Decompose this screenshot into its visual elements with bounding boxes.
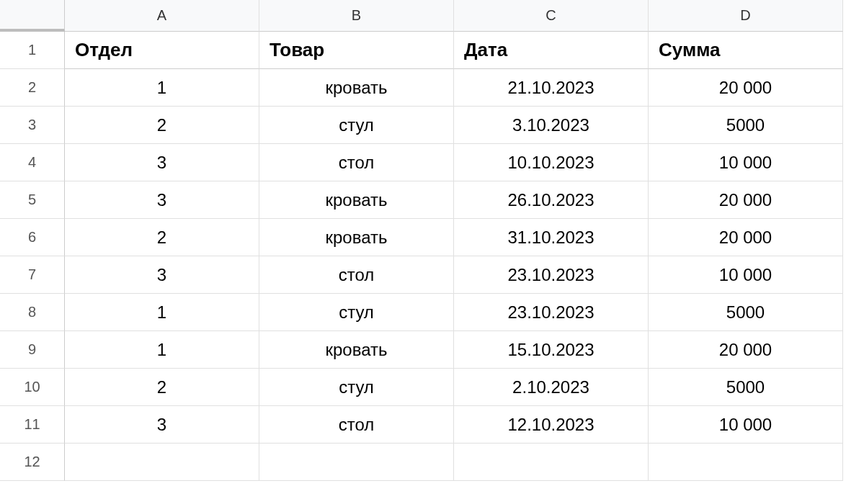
cell-A9[interactable]: 1 (65, 331, 259, 369)
cell-B9[interactable]: кровать (259, 331, 454, 369)
cell-A7[interactable]: 3 (65, 256, 259, 294)
cell-D11[interactable]: 10 000 (649, 406, 843, 444)
col-header-D[interactable]: D (649, 0, 843, 32)
cell-A6[interactable]: 2 (65, 219, 259, 256)
col-header-C[interactable]: C (454, 0, 649, 32)
cell-A11[interactable]: 3 (65, 406, 259, 444)
row-header-2[interactable]: 2 (0, 69, 65, 107)
cell-D6[interactable]: 20 000 (649, 219, 843, 256)
cell-D1[interactable]: Сумма (649, 32, 843, 69)
cell-D7[interactable]: 10 000 (649, 256, 843, 294)
cell-B1[interactable]: Товар (259, 32, 454, 69)
cell-A1[interactable]: Отдел (65, 32, 259, 69)
cell-B3[interactable]: стул (259, 107, 454, 144)
cell-C8[interactable]: 23.10.2023 (454, 294, 649, 331)
cell-D3[interactable]: 5000 (649, 107, 843, 144)
row-header-12[interactable]: 12 (0, 444, 65, 481)
cell-B11[interactable]: стол (259, 406, 454, 444)
spreadsheet-grid: A B C D 1 Отдел Товар Дата Сумма 2 1 кро… (0, 0, 846, 481)
cell-C9[interactable]: 15.10.2023 (454, 331, 649, 369)
cell-B12[interactable] (259, 444, 454, 481)
cell-B5[interactable]: кровать (259, 181, 454, 219)
cell-A10[interactable]: 2 (65, 369, 259, 406)
cell-D9[interactable]: 20 000 (649, 331, 843, 369)
cell-A12[interactable] (65, 444, 259, 481)
col-header-B[interactable]: B (259, 0, 454, 32)
cell-D10[interactable]: 5000 (649, 369, 843, 406)
col-header-A[interactable]: A (65, 0, 259, 32)
cell-C3[interactable]: 3.10.2023 (454, 107, 649, 144)
cell-C2[interactable]: 21.10.2023 (454, 69, 649, 107)
cell-B8[interactable]: стул (259, 294, 454, 331)
cell-D12[interactable] (649, 444, 843, 481)
cell-B10[interactable]: стул (259, 369, 454, 406)
cell-C6[interactable]: 31.10.2023 (454, 219, 649, 256)
row-header-7[interactable]: 7 (0, 256, 65, 294)
cell-A3[interactable]: 2 (65, 107, 259, 144)
cell-C11[interactable]: 12.10.2023 (454, 406, 649, 444)
cell-B2[interactable]: кровать (259, 69, 454, 107)
row-header-5[interactable]: 5 (0, 181, 65, 219)
row-header-6[interactable]: 6 (0, 219, 65, 256)
cell-C4[interactable]: 10.10.2023 (454, 144, 649, 181)
cell-D5[interactable]: 20 000 (649, 181, 843, 219)
cell-A2[interactable]: 1 (65, 69, 259, 107)
row-header-9[interactable]: 9 (0, 331, 65, 369)
cell-A5[interactable]: 3 (65, 181, 259, 219)
cell-B4[interactable]: стол (259, 144, 454, 181)
row-header-4[interactable]: 4 (0, 144, 65, 181)
cell-D2[interactable]: 20 000 (649, 69, 843, 107)
row-header-8[interactable]: 8 (0, 294, 65, 331)
row-header-11[interactable]: 11 (0, 406, 65, 444)
cell-C5[interactable]: 26.10.2023 (454, 181, 649, 219)
cell-C1[interactable]: Дата (454, 32, 649, 69)
cell-A4[interactable]: 3 (65, 144, 259, 181)
cell-B7[interactable]: стол (259, 256, 454, 294)
row-header-3[interactable]: 3 (0, 107, 65, 144)
select-all-corner[interactable] (0, 0, 65, 32)
cell-B6[interactable]: кровать (259, 219, 454, 256)
row-header-10[interactable]: 10 (0, 369, 65, 406)
cell-D4[interactable]: 10 000 (649, 144, 843, 181)
cell-C7[interactable]: 23.10.2023 (454, 256, 649, 294)
cell-C10[interactable]: 2.10.2023 (454, 369, 649, 406)
cell-A8[interactable]: 1 (65, 294, 259, 331)
row-header-1[interactable]: 1 (0, 32, 65, 69)
cell-C12[interactable] (454, 444, 649, 481)
cell-D8[interactable]: 5000 (649, 294, 843, 331)
